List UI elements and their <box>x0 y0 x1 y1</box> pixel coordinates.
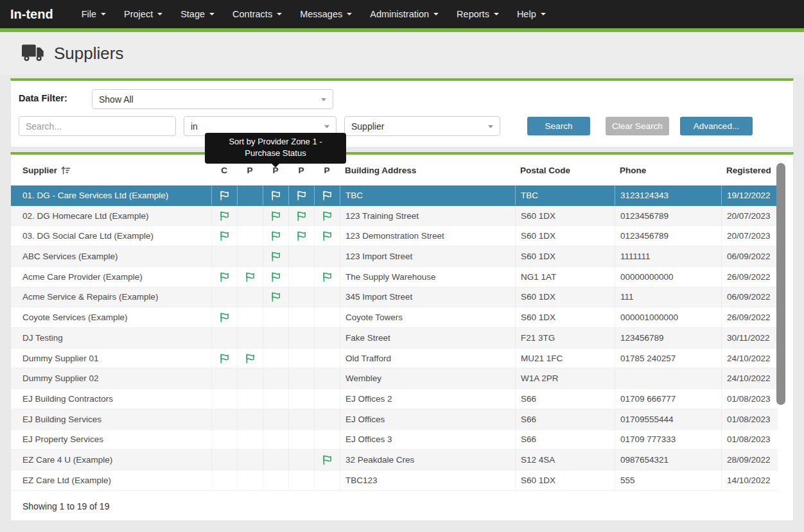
table-row[interactable]: Dummy Supplier 02WembleyW1A 2PR24/10/202… <box>11 368 778 389</box>
nav-item-file[interactable]: File <box>73 3 115 25</box>
cell-building: 123 Import Street <box>340 246 515 266</box>
cell-flag-3 <box>263 287 288 307</box>
cell-flag-2 <box>237 450 263 470</box>
cell-registered: 19/12/2022 <box>721 185 778 205</box>
cell-phone: 1111111 <box>615 246 721 266</box>
column-header-flag-2[interactable]: P <box>237 166 263 175</box>
cell-flag-3 <box>263 328 288 348</box>
table-scrollbar[interactable] <box>776 163 785 405</box>
cell-flag-1 <box>211 226 237 246</box>
cell-flag-4 <box>288 185 314 205</box>
column-header-flag-1[interactable]: C <box>211 166 237 175</box>
cell-flag-5 <box>314 246 340 266</box>
cell-building: TBC123 <box>340 470 515 490</box>
field-select[interactable]: Supplier <box>344 116 500 136</box>
cell-flag-5 <box>314 450 340 470</box>
field-value: Supplier <box>351 121 384 132</box>
cell-registered: 24/10/2022 <box>721 368 778 388</box>
column-header-building[interactable]: Building Address <box>340 166 515 175</box>
cell-building: Old Trafford <box>340 348 515 368</box>
table-row[interactable]: EZ Care Ltd (Example)TBC123S60 1DX55514/… <box>11 470 778 491</box>
cell-flag-1 <box>211 246 237 266</box>
chevron-down-icon <box>277 13 282 15</box>
truck-icon <box>22 44 45 62</box>
column-header-flag-5[interactable]: P <box>314 166 340 175</box>
flag-icon <box>270 251 281 262</box>
cell-postal: TBC <box>515 185 615 205</box>
column-header-postal[interactable]: Postal Code <box>515 166 615 175</box>
table-row[interactable]: Acme Care Provider (Example)The Supply W… <box>11 267 778 287</box>
cell-flag-2 <box>237 328 263 348</box>
nav-item-label: Stage <box>180 9 205 19</box>
table-row[interactable]: Coyote Services (Example)Coyote TowersS6… <box>11 307 778 328</box>
flag-icon <box>219 230 230 241</box>
cell-building: Fake Street <box>340 328 515 348</box>
cell-flag-5 <box>314 470 340 490</box>
cell-flag-5 <box>314 206 340 226</box>
cell-flag-4 <box>288 409 314 429</box>
cell-supplier: Acme Care Provider (Example) <box>11 267 211 287</box>
nav-item-contracts[interactable]: Contracts <box>223 3 291 25</box>
cell-supplier: ABC Services (Example) <box>11 246 211 266</box>
table-row[interactable]: 03. DG Social Care Ltd (Example)123 Demo… <box>11 226 778 246</box>
cell-flag-4 <box>288 226 314 246</box>
flag-icon <box>322 230 333 241</box>
cell-flag-5 <box>314 368 340 388</box>
nav-item-help[interactable]: Help <box>508 3 555 25</box>
cell-registered: 06/09/2022 <box>721 287 778 307</box>
cell-supplier: 02. DG Homecare Ltd (Example) <box>11 206 211 226</box>
cell-flag-4 <box>288 389 314 409</box>
cell-phone: 123456789 <box>615 328 721 348</box>
flag-icon <box>296 230 307 241</box>
cell-supplier: EZ Care Ltd (Example) <box>11 470 211 490</box>
table-row[interactable]: EZ Care 4 U (Example)32 Peakdale CresS12… <box>11 450 778 470</box>
cell-building: TBC <box>340 185 515 205</box>
cell-building: 123 Demonstration Street <box>340 226 515 246</box>
cell-postal: F21 3TG <box>515 328 615 348</box>
cell-building: 123 Training Street <box>340 206 515 226</box>
nav-item-stage[interactable]: Stage <box>171 3 223 25</box>
column-header-registered[interactable]: Registered <box>721 166 778 175</box>
table-row[interactable]: EJ Building ContractorsEJ Offices 2S6601… <box>11 389 778 409</box>
table-row[interactable]: EJ Property ServicesEJ Offices 3S6601709… <box>11 430 778 450</box>
table-row[interactable]: 02. DG Homecare Ltd (Example)123 Trainin… <box>11 206 778 227</box>
cell-flag-1 <box>211 348 237 368</box>
nav-item-label: Contracts <box>232 9 272 19</box>
nav-item-reports[interactable]: Reports <box>448 3 508 25</box>
nav-item-administration[interactable]: Administration <box>361 3 448 25</box>
cell-flag-2 <box>237 409 263 429</box>
table-row[interactable]: ABC Services (Example)123 Import StreetS… <box>11 246 778 267</box>
cell-registered: 20/07/2023 <box>721 206 778 226</box>
cell-supplier: 03. DG Social Care Ltd (Example) <box>11 226 211 246</box>
table-row[interactable]: Dummy Supplier 01Old TraffordMU21 1FC017… <box>11 348 778 369</box>
cell-postal: S60 1DX <box>515 206 615 226</box>
table-row[interactable]: Acme Service & Repairs (Example)345 Impo… <box>11 287 778 308</box>
flag-icon <box>245 271 256 282</box>
search-input[interactable] <box>19 116 176 136</box>
column-header-supplier[interactable]: Supplier <box>11 165 211 176</box>
cell-flag-1 <box>211 409 237 429</box>
data-filter-label: Data Filter: <box>19 93 67 103</box>
cell-postal: NG1 1AT <box>515 267 615 287</box>
advanced-button[interactable]: Advanced... <box>680 117 753 135</box>
cell-flag-4 <box>288 206 314 226</box>
table-row[interactable]: 01. DG - Care Services Ltd (Example)TBCT… <box>11 185 778 206</box>
column-header-flag-4[interactable]: P <box>288 166 314 175</box>
cell-flag-3 <box>263 206 288 226</box>
cell-flag-1 <box>211 450 237 470</box>
table-row[interactable]: DJ TestingFake StreetF21 3TG12345678930/… <box>11 328 778 348</box>
app-brand[interactable]: In-tend <box>10 7 53 22</box>
cell-supplier: Coyote Services (Example) <box>11 307 211 327</box>
flag-icon <box>322 210 333 221</box>
chevron-down-icon <box>101 13 106 15</box>
cell-postal: S60 1DX <box>515 226 615 246</box>
column-header-phone[interactable]: Phone <box>615 166 721 175</box>
cell-flag-2 <box>237 206 263 226</box>
clear-search-button[interactable]: Clear Search <box>606 117 669 135</box>
nav-item-messages[interactable]: Messages <box>291 3 361 25</box>
cell-flag-1 <box>211 267 237 287</box>
data-filter-select[interactable]: Show All <box>92 89 333 109</box>
nav-item-project[interactable]: Project <box>115 3 171 25</box>
table-row[interactable]: EJ Building ServicesEJ OfficesS660170955… <box>11 409 778 430</box>
search-button[interactable]: Search <box>527 117 590 135</box>
